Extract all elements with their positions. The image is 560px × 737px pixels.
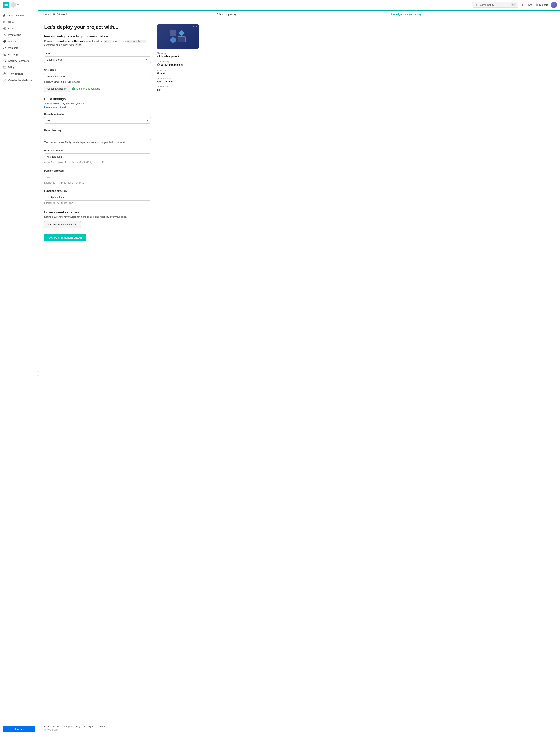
sidebar-label-visual-editor: Visual editor dashboard: [8, 79, 34, 82]
search-shortcut: ⌘K: [511, 3, 516, 6]
team-selector[interactable]: ▼: [11, 2, 19, 8]
chevron-left-icon: [37, 372, 39, 374]
sidebar-item-security-scorecard[interactable]: Security Scorecard: [0, 58, 38, 64]
upgrade-button[interactable]: Upgrade: [3, 726, 35, 732]
check-availability-button[interactable]: Check availability: [44, 86, 70, 92]
topbar: ▼ ⌘K News Support: [0, 0, 560, 10]
footer-copyright: © 2024 Netlify: [44, 729, 554, 732]
team-select[interactable]: Deepak's team: [44, 56, 151, 63]
footer-link-blog[interactable]: Blog: [76, 725, 80, 728]
sidebar-item-builds[interactable]: Builds: [0, 25, 38, 32]
megaphone-icon: [522, 3, 525, 6]
security-icon: [3, 59, 6, 62]
footer-link-pricing[interactable]: Pricing: [53, 725, 60, 728]
sidebar-label-security-scorecard: Security Scorecard: [8, 59, 29, 62]
build-cmd-input[interactable]: [44, 154, 151, 160]
build-cmd-label: Build command: [44, 149, 151, 152]
search-bar[interactable]: ⌘K: [472, 2, 518, 8]
sidebar-nav: Team overview Sites Builds Integrations: [0, 12, 38, 723]
domain-icon: [3, 40, 6, 43]
summary-build-cmd-value: npm run build: [157, 80, 199, 83]
news-label: News: [526, 3, 532, 6]
editor-icon: [3, 79, 6, 82]
sidebar-item-sites[interactable]: Sites: [0, 19, 38, 25]
footer-link-support[interactable]: Support: [64, 725, 72, 728]
summary-published-to-row: Published to dist: [157, 86, 199, 91]
team-label: Team: [44, 52, 151, 55]
sidebar-item-visual-editor[interactable]: Visual editor dashboard: [0, 77, 38, 83]
preview-shape-2: [170, 37, 176, 43]
support-label: Support: [539, 3, 548, 6]
integration-icon: [3, 33, 6, 36]
summary-published-to-label: Published to: [157, 86, 199, 88]
sidebar-item-members[interactable]: Members: [0, 45, 38, 51]
team-section: Team Deepak's team: [44, 52, 151, 63]
billing-icon: [3, 66, 6, 69]
publish-dir-input[interactable]: [44, 174, 151, 180]
footer-link-terms[interactable]: Terms: [99, 725, 105, 728]
step-configure: 3. Configure site and deploy: [386, 10, 560, 18]
github-icon: [157, 63, 160, 66]
footer-link-changelog[interactable]: Changelog: [84, 725, 95, 728]
check-available-icon: [72, 87, 75, 90]
summary-card: Site name minimalism-putout Git reposito…: [157, 24, 199, 708]
footer: Docs Pricing Support Blog Changelog Term…: [38, 720, 560, 737]
svg-point-5: [4, 34, 5, 35]
globe-icon: [3, 20, 6, 23]
svg-rect-10: [3, 66, 6, 68]
team-avatar: [11, 2, 16, 8]
sidebar-item-integrations[interactable]: Integrations: [0, 32, 38, 38]
search-input[interactable]: [479, 3, 509, 6]
review-publish-dir: dist: [75, 43, 82, 46]
functions-dir-label: Functions directory: [44, 190, 151, 192]
review-team: Deepak's team: [74, 40, 92, 42]
topbar-actions: News Support: [522, 2, 557, 8]
footer-link-docs[interactable]: Docs: [44, 725, 49, 728]
checkmark-icon: [73, 88, 74, 90]
svg-point-15: [157, 73, 158, 74]
branch-icon: [157, 72, 159, 74]
summary-site-name-value: minimalism-putout: [157, 55, 199, 58]
svg-point-12: [4, 73, 5, 74]
sidebar-label-team-settings: Team settings: [8, 72, 23, 75]
base-dir-input[interactable]: [44, 133, 151, 140]
support-button[interactable]: Support: [535, 3, 548, 6]
summary-site-name-label: Site name: [157, 52, 199, 54]
svg-point-7: [4, 47, 5, 48]
step-label-1: 1. Connect to Git provider: [38, 11, 212, 18]
user-avatar[interactable]: [551, 2, 557, 8]
summary-site-name-row: Site name minimalism-putout: [157, 52, 199, 58]
sidebar-item-audit-log[interactable]: Audit log: [0, 51, 38, 58]
deploy-button[interactable]: Deploy minimalism-putout: [44, 234, 86, 241]
search-icon: [474, 4, 477, 6]
preview-dots: [193, 26, 197, 27]
learn-more-link[interactable]: Learn more in the docs ↗: [44, 106, 72, 109]
summary-git-repo-label: Git repository: [157, 60, 199, 63]
functions-dir-input[interactable]: [44, 194, 151, 201]
sidebar-item-team-settings[interactable]: Team settings: [0, 70, 38, 77]
step-select-repo: 2. Select repository: [212, 10, 386, 18]
footer-links: Docs Pricing Support Blog Changelog Term…: [44, 725, 554, 728]
build-settings-section: Build settings Specify how Netlify will …: [44, 97, 151, 204]
step-connect-git: 1. Connect to Git provider: [38, 10, 212, 18]
sidebar-label-domains: Domains: [8, 40, 18, 43]
site-url-suffix: .netlify.app: [70, 81, 80, 83]
summary-published-to-value: dist: [157, 88, 199, 91]
available-message: Site name is available: [72, 87, 100, 90]
summary-deploying-value: main: [160, 72, 166, 74]
sidebar-item-billing[interactable]: Billing: [0, 64, 38, 70]
site-url-value: minimalism-putout: [51, 81, 70, 83]
branch-label: Branch to deploy: [44, 113, 151, 115]
deploy-title: Let's deploy your project with...: [44, 24, 151, 30]
build-settings-desc: Specify how Netlify will build your site…: [44, 102, 151, 105]
sidebar-collapse-button[interactable]: [36, 371, 40, 376]
build-cmd-hint: Examples: jekyll build, gulp build, make…: [44, 161, 151, 164]
branch-select[interactable]: main: [44, 117, 151, 124]
add-env-button[interactable]: Add environment variables: [44, 221, 81, 228]
sidebar-item-team-overview[interactable]: Team overview: [0, 12, 38, 19]
functions-dir-section: Functions directory Example: my_function…: [44, 190, 151, 204]
sidebar-item-domains[interactable]: Domains: [0, 38, 38, 45]
site-name-input[interactable]: [44, 73, 151, 79]
news-button[interactable]: News: [522, 3, 532, 6]
netlify-logo[interactable]: [3, 2, 9, 8]
